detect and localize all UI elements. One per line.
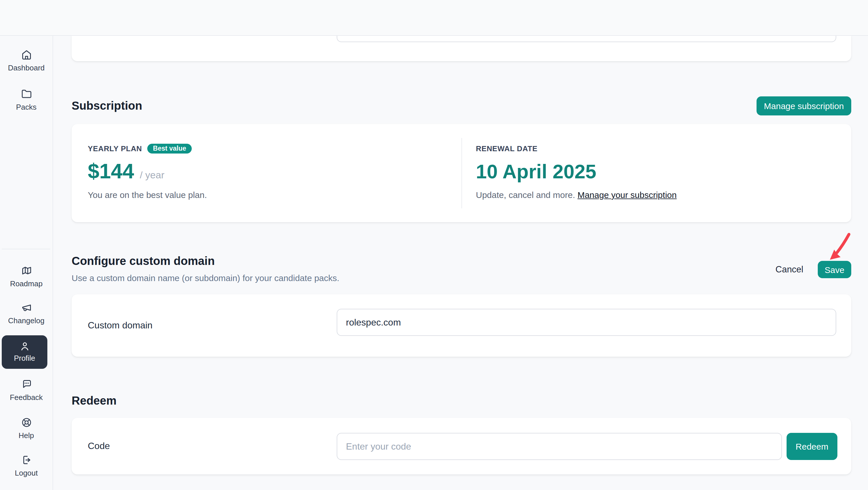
user-icon	[19, 341, 30, 352]
code-field-label: Code	[88, 418, 110, 475]
sidebar-item-feedback[interactable]: Feedback	[0, 379, 53, 402]
sidebar-item-packs[interactable]: Packs	[0, 89, 53, 111]
renewal-label: RENEWAL DATE	[476, 144, 537, 153]
sidebar-item-label: Roadmap	[0, 279, 53, 288]
sidebar-item-profile[interactable]: Profile	[2, 335, 48, 369]
subscription-card: YEARLY PLAN Best value $144 / year You a…	[72, 124, 851, 222]
megaphone-icon	[21, 302, 31, 313]
renewal-date: 10 April 2025	[476, 159, 596, 184]
custom-domain-subheading: Use a custom domain name (or subdomain) …	[72, 272, 339, 284]
lifebuoy-icon	[21, 417, 31, 428]
sidebar-item-label: Feedback	[0, 393, 53, 402]
sidebar-item-logout[interactable]: Logout	[0, 455, 53, 477]
sidebar-item-label: Changelog	[0, 316, 53, 325]
subscription-section-header: Subscription Manage subscription	[72, 96, 851, 116]
sidebar-item-roadmap[interactable]: Roadmap	[0, 265, 53, 288]
sidebar-item-label: Profile	[2, 354, 48, 362]
home-icon	[21, 50, 31, 60]
main-content: Subscription Manage subscription YEARLY …	[53, 35, 868, 490]
map-icon	[21, 265, 31, 276]
scrolled-card-partial	[72, 35, 851, 61]
renewal-note: Update, cancel and more.	[476, 190, 575, 200]
arrow-annotation-icon	[827, 231, 854, 261]
custom-domain-card: Custom domain	[72, 294, 851, 357]
save-button[interactable]: Save	[818, 261, 851, 278]
redeem-section-header: Redeem	[72, 392, 117, 409]
code-input[interactable]	[337, 433, 782, 460]
sidebar-item-label: Logout	[0, 469, 53, 477]
custom-domain-input[interactable]	[337, 309, 836, 336]
sidebar-item-help[interactable]: Help	[0, 417, 53, 440]
logout-icon	[21, 455, 31, 465]
plan-price: $144	[88, 159, 134, 184]
renewal-column: RENEWAL DATE 10 April 2025 Update, cance…	[476, 124, 834, 222]
subscription-heading: Subscription	[72, 98, 142, 114]
manage-subscription-link[interactable]: Manage your subscription	[578, 190, 677, 200]
chat-dots-icon	[21, 379, 31, 390]
card-column-divider	[461, 138, 462, 208]
redeem-card: Code Redeem	[72, 418, 851, 475]
best-value-badge: Best value	[147, 143, 192, 153]
custom-domain-actions: Cancel Save	[776, 261, 851, 278]
sidebar: Dashboard Packs Roadmap Changelog	[0, 35, 53, 490]
sidebar-item-label: Help	[0, 431, 53, 440]
plan-label: YEARLY PLAN	[88, 144, 142, 153]
plan-column: YEARLY PLAN Best value $144 / year You a…	[88, 124, 446, 222]
topbar	[0, 0, 868, 36]
plan-note: You are on the best value plan.	[88, 190, 207, 200]
redeem-button[interactable]: Redeem	[786, 433, 837, 460]
redeem-heading: Redeem	[72, 392, 117, 409]
manage-subscription-button[interactable]: Manage subscription	[756, 96, 851, 115]
sidebar-divider	[2, 249, 50, 249]
cancel-button[interactable]: Cancel	[776, 264, 804, 275]
sidebar-item-label: Packs	[0, 103, 53, 111]
sidebar-item-label: Dashboard	[0, 64, 53, 72]
custom-domain-field-label: Custom domain	[88, 294, 152, 357]
sidebar-item-changelog[interactable]: Changelog	[0, 302, 53, 325]
plan-price-period: / year	[140, 170, 164, 181]
sidebar-item-dashboard[interactable]: Dashboard	[0, 50, 53, 72]
custom-domain-section-header: Configure custom domain Use a custom dom…	[72, 253, 339, 284]
folder-icon	[21, 89, 31, 99]
custom-domain-heading: Configure custom domain	[72, 253, 339, 269]
partial-input[interactable]	[337, 35, 836, 42]
app-window: r AD Dashboard Packs Roadmap	[0, 0, 868, 490]
